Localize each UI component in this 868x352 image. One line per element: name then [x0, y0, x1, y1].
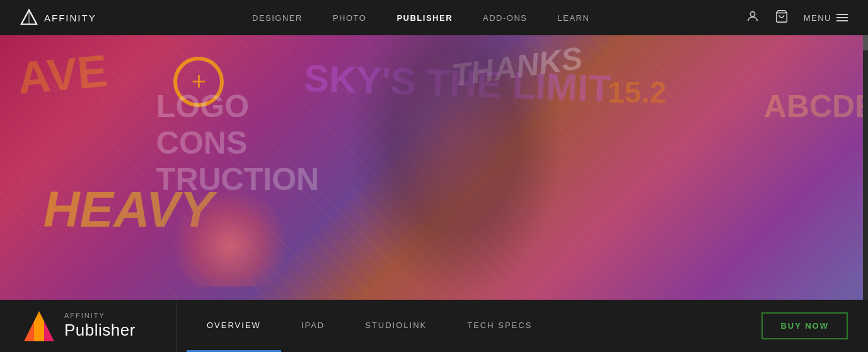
graffiti-text-3: LOGOCONSTRUCTION [156, 88, 319, 198]
circle-plus-icon: + [173, 57, 224, 107]
face-overlay [347, 35, 564, 300]
affinity-logo[interactable]: AFFINITY [20, 9, 96, 26]
publisher-icon-wrapper [23, 310, 55, 343]
graffiti-text-1: AVE [15, 45, 109, 104]
flowers-overlay [173, 186, 287, 287]
graffiti-overlay: AVE + LOGOCONSTRUCTION HEAVY sky's the l… [0, 35, 868, 300]
nav-item-publisher[interactable]: PUBLISHER [396, 13, 453, 23]
graffiti-text-9: 15.2 [608, 75, 666, 110]
menu-button[interactable]: MENU [804, 13, 848, 23]
nav-item-designer[interactable]: DESIGNER [252, 13, 303, 23]
affinity-logo-icon [20, 9, 38, 26]
tab-studiolink[interactable]: STUDIOLINK [345, 300, 447, 352]
nav-center: DESIGNER PHOTO PUBLISHER ADD-ONS LEARN [252, 13, 589, 23]
product-name-area: AFFINITY Publisher [64, 312, 136, 340]
tab-ipad[interactable]: IPAD [281, 300, 345, 352]
account-icon[interactable] [746, 9, 760, 26]
hero-background: AVE + LOGOCONSTRUCTION HEAVY sky's the l… [0, 35, 868, 300]
svg-rect-7 [44, 310, 55, 343]
tab-tech-specs[interactable]: TECH SPECS [447, 300, 552, 352]
svg-point-2 [750, 11, 755, 16]
product-brand: AFFINITY Publisher [0, 300, 176, 352]
product-tabs: OVERVIEW IPAD STUDIOLINK TECH SPECS BUY … [176, 300, 868, 352]
menu-label: MENU [804, 13, 831, 23]
hero-section: AVE + LOGOCONSTRUCTION HEAVY sky's the l… [0, 35, 868, 300]
nav-item-learn[interactable]: LEARN [558, 13, 590, 23]
svg-rect-6 [34, 310, 44, 343]
top-navigation: AFFINITY DESIGNER PHOTO PUBLISHER ADD-ON… [0, 0, 868, 35]
product-bar: AFFINITY Publisher OVERVIEW IPAD STUDIOL… [0, 300, 868, 352]
nav-item-photo[interactable]: PHOTO [333, 13, 367, 23]
nav-right: MENU [746, 9, 848, 26]
publisher-logo-icon [23, 310, 55, 343]
product-title: Publisher [64, 321, 136, 340]
svg-rect-5 [23, 310, 34, 343]
hamburger-icon [836, 14, 848, 21]
product-subtitle: AFFINITY [64, 312, 136, 319]
cart-icon[interactable] [775, 9, 789, 26]
graffiti-text-11: ABCDE [764, 88, 868, 125]
tab-overview[interactable]: OVERVIEW [187, 300, 281, 352]
nav-item-addons[interactable]: ADD-ONS [483, 13, 527, 23]
affinity-logo-text: AFFINITY [44, 13, 96, 23]
buy-now-button[interactable]: BUY NOW [761, 312, 848, 339]
